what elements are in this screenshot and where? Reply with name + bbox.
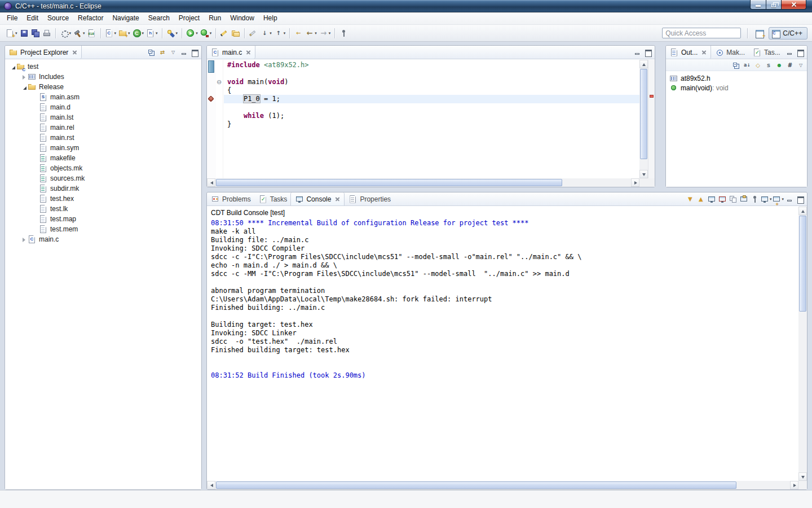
menu-edit[interactable]: Edit bbox=[22, 12, 43, 24]
scroll-down-button[interactable] bbox=[798, 472, 807, 481]
view-menu-button[interactable]: ▽ bbox=[796, 60, 806, 71]
display-console-button[interactable]: ▾ bbox=[760, 194, 772, 205]
dropdown-arrow-icon[interactable]: ▾ bbox=[69, 31, 72, 36]
dropdown-arrow-icon[interactable]: ▾ bbox=[196, 31, 198, 36]
scroll-up-button[interactable]: ▲ bbox=[696, 194, 706, 205]
open-element-button[interactable] bbox=[219, 27, 230, 40]
editor-vertical-scrollbar[interactable] bbox=[639, 60, 648, 178]
dropdown-arrow-icon[interactable]: ▾ bbox=[128, 31, 130, 36]
hide-static-button[interactable]: s bbox=[764, 60, 774, 71]
tab-project-explorer[interactable]: Project Explorer bbox=[5, 46, 82, 59]
code-area[interactable]: #include <at89x52.h> void main(void){ P1… bbox=[224, 60, 639, 178]
scroll-left-button[interactable] bbox=[207, 178, 215, 187]
cpp-perspective-button[interactable]: C/C++ bbox=[769, 27, 807, 40]
tree-item-main-sym[interactable]: main.sym bbox=[5, 143, 201, 153]
menu-search[interactable]: Search bbox=[144, 12, 174, 24]
close-tab-icon[interactable] bbox=[246, 50, 251, 55]
tab-tas[interactable]: Tas... bbox=[749, 46, 784, 59]
dropdown-arrow-icon[interactable]: ▾ bbox=[156, 31, 158, 36]
dropdown-arrow-icon[interactable]: ▾ bbox=[329, 31, 331, 36]
console-output[interactable]: 08:31:50 **** Incremental Build of confi… bbox=[211, 219, 797, 480]
scroll-up-button[interactable] bbox=[639, 60, 648, 68]
sort-button[interactable]: a↓ bbox=[742, 60, 752, 71]
menu-help[interactable]: Help bbox=[259, 12, 282, 24]
menu-run[interactable]: Run bbox=[204, 12, 226, 24]
minimize-button[interactable] bbox=[784, 194, 795, 205]
tree-item-makefile[interactable]: makefile bbox=[5, 153, 201, 163]
scroll-lock-button[interactable] bbox=[739, 194, 749, 205]
menu-window[interactable]: Window bbox=[226, 12, 259, 24]
tree-item-main-lst[interactable]: main.lst bbox=[5, 112, 201, 122]
collapsed-arrow-icon[interactable] bbox=[21, 237, 27, 243]
minimize-button[interactable] bbox=[179, 47, 189, 58]
tab-tasks[interactable]: Tasks bbox=[255, 192, 292, 205]
tree-item-main-c[interactable]: main.c bbox=[5, 234, 201, 244]
pin-console-button[interactable] bbox=[749, 194, 760, 205]
fold-collapse-icon[interactable]: ⊖ bbox=[217, 79, 222, 85]
tree-item-subdir-mk[interactable]: subdir.mk bbox=[5, 183, 201, 194]
tree-item-main-rst[interactable]: main.rst bbox=[5, 133, 201, 143]
next-annotation-button[interactable]: ↓▾ bbox=[259, 27, 273, 40]
tree-item-main-asm[interactable]: main.asm bbox=[5, 92, 201, 102]
tree-item-test-hex[interactable]: test.hex bbox=[5, 194, 201, 204]
view-menu-button[interactable]: ▽ bbox=[168, 47, 178, 58]
dropdown-arrow-icon[interactable]: ▾ bbox=[782, 197, 784, 202]
menu-navigate[interactable]: Navigate bbox=[108, 12, 143, 24]
scrollbar-thumb[interactable] bbox=[640, 69, 647, 159]
dropdown-arrow-icon[interactable]: ▾ bbox=[114, 31, 117, 36]
new-header-button[interactable]: ▾ bbox=[145, 27, 159, 40]
window-minimize-button[interactable] bbox=[750, 0, 766, 10]
dropdown-arrow-icon[interactable]: ▾ bbox=[83, 31, 85, 36]
tree-item-test-map[interactable]: test.map bbox=[5, 214, 201, 224]
search-button[interactable]: ▾ bbox=[165, 27, 179, 40]
forward-button[interactable]: →▾ bbox=[318, 27, 332, 40]
menu-refactor[interactable]: Refactor bbox=[73, 12, 108, 24]
minimize-button[interactable] bbox=[784, 47, 795, 58]
new-folder-button[interactable]: ▾ bbox=[117, 27, 131, 40]
dropdown-arrow-icon[interactable]: ▾ bbox=[284, 31, 286, 36]
editor-horizontal-scrollbar[interactable] bbox=[207, 178, 639, 187]
new-class-button[interactable]: ▾ bbox=[131, 27, 145, 40]
tree-item-includes[interactable]: Includes bbox=[5, 72, 201, 82]
window-restore-button[interactable] bbox=[766, 0, 782, 10]
tree-item-test-lk[interactable]: test.lk bbox=[5, 204, 201, 214]
expanded-arrow-icon[interactable] bbox=[10, 64, 16, 70]
mark-occurrences-button[interactable] bbox=[248, 27, 259, 40]
quick-access-input[interactable] bbox=[662, 28, 741, 38]
new-button[interactable]: ▾ bbox=[5, 27, 19, 40]
build-config-button[interactable]: ▾ bbox=[59, 27, 73, 40]
close-tab-icon[interactable] bbox=[335, 196, 340, 202]
dropdown-arrow-icon[interactable]: ▾ bbox=[176, 31, 178, 36]
clear-console-button[interactable] bbox=[728, 194, 738, 205]
open-console-button[interactable]: ▾ bbox=[772, 194, 784, 205]
run-button[interactable]: ▾ bbox=[185, 27, 199, 40]
maximize-button[interactable] bbox=[189, 47, 200, 58]
last-edit-button[interactable]: ← bbox=[293, 27, 304, 40]
external-tools-button[interactable]: ▾ bbox=[199, 27, 213, 40]
maximize-button[interactable] bbox=[643, 47, 653, 58]
hide-non-public-button[interactable]: ● bbox=[774, 60, 784, 71]
scroll-up-button[interactable] bbox=[798, 207, 807, 215]
dropdown-arrow-icon[interactable]: ▾ bbox=[210, 31, 212, 36]
close-tab-icon[interactable] bbox=[72, 50, 77, 55]
editor-area[interactable]: ⊖ #include <at89x52.h> void main(void){ … bbox=[207, 60, 655, 187]
close-tab-icon[interactable] bbox=[701, 50, 707, 55]
scrollbar-thumb[interactable] bbox=[216, 179, 562, 186]
scroll-right-button[interactable] bbox=[790, 481, 798, 489]
show-on-error-button[interactable] bbox=[717, 194, 727, 205]
dropdown-arrow-icon[interactable]: ▾ bbox=[270, 31, 272, 36]
menu-project[interactable]: Project bbox=[174, 12, 204, 24]
build-button[interactable]: ▾ bbox=[72, 27, 86, 40]
link-with-editor-button[interactable]: ⇄ bbox=[157, 47, 167, 58]
tab-out[interactable]: Out... bbox=[666, 46, 711, 59]
collapse-all-button[interactable] bbox=[147, 47, 157, 58]
tab-problems[interactable]: Problems bbox=[207, 192, 255, 205]
scroll-down-button[interactable] bbox=[639, 170, 648, 178]
pin-editor-button[interactable] bbox=[338, 27, 349, 40]
dropdown-arrow-icon[interactable]: ▾ bbox=[770, 197, 772, 202]
binary-button[interactable] bbox=[86, 27, 98, 40]
dropdown-arrow-icon[interactable]: ▾ bbox=[142, 31, 144, 36]
menu-file[interactable]: File bbox=[2, 12, 22, 24]
outline-item-at89x52-h[interactable]: at89x52.h bbox=[666, 73, 807, 83]
scrollbar-thumb[interactable] bbox=[216, 481, 736, 489]
